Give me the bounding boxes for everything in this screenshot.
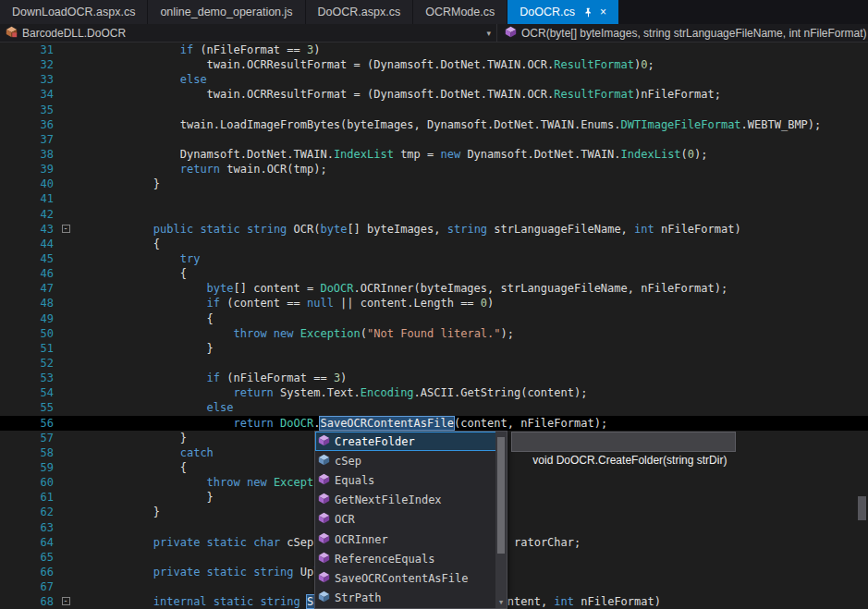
completion-item-label: Equals	[335, 474, 374, 487]
code-line[interactable]: 36 twain.LoadImageFromBytes(byteImages, …	[0, 117, 868, 132]
line-number: 60	[0, 475, 55, 490]
method-icon	[318, 434, 330, 449]
code-line[interactable]: 44 {	[0, 237, 868, 251]
tab-ocrmode-cs[interactable]: OCRMode.cs	[413, 0, 507, 24]
fold-margin	[55, 416, 76, 431]
line-number: 41	[0, 191, 55, 206]
tab-doocr-cs[interactable]: DoOCR.cs×	[507, 0, 619, 24]
fold-margin	[55, 72, 76, 87]
fold-margin	[55, 371, 76, 385]
code-line[interactable]: 39 return twain.OCR(tmp);	[0, 162, 868, 177]
code-line[interactable]: 31 if (nFileFormat == 3)	[0, 43, 868, 57]
completion-item-referenceequals[interactable]: ReferenceEquals	[315, 549, 507, 568]
line-number: 51	[0, 341, 55, 356]
tab-online-demo-operation-js[interactable]: online_demo_operation.js	[148, 0, 305, 24]
code-line[interactable]: 55 else	[0, 400, 868, 415]
completion-item-getnextfileindex[interactable]: GetNextFileIndex	[315, 491, 507, 510]
completion-scrollbar-thumb[interactable]	[497, 437, 505, 554]
code-text: }	[76, 341, 214, 356]
completion-item-equals[interactable]: Equals	[315, 470, 507, 490]
navigation-bar: BarcodeDLL.DoOCR ▾ OCR(byte[] byteImages…	[0, 24, 868, 43]
fold-margin	[55, 385, 76, 400]
fold-toggle[interactable]: -	[62, 597, 70, 605]
completion-item-createfolder[interactable]: CreateFolder	[315, 432, 507, 451]
fold-margin	[55, 87, 76, 102]
line-number: 56	[0, 416, 55, 431]
line-number: 64	[0, 535, 55, 550]
type-dropdown[interactable]: BarcodeDLL.DoOCR ▾	[0, 24, 496, 42]
class-icon	[6, 26, 18, 41]
code-line[interactable]: 51 }	[0, 341, 868, 356]
editor-scrollbar[interactable]	[856, 43, 868, 609]
code-line[interactable]: 37	[0, 132, 868, 147]
code-line[interactable]: 34 twain.OCRResultFormat = (Dynamsoft.Do…	[0, 87, 868, 102]
code-text: public static string OCR(byte[] byteImag…	[76, 222, 741, 237]
fold-margin	[55, 147, 76, 162]
code-line[interactable]: 40 }	[0, 177, 868, 191]
code-text: twain.OCRResultFormat = (Dynamsoft.DotNe…	[76, 57, 654, 72]
fold-margin	[55, 266, 76, 281]
code-text: }	[76, 505, 160, 519]
code-line[interactable]: 42	[0, 207, 868, 222]
fold-margin	[55, 251, 76, 266]
code-line[interactable]: 56 return DoOCR.SaveOCRContentAsFile(con…	[0, 416, 868, 431]
tab-doocr-aspx-cs[interactable]: DoOCR.aspx.cs	[306, 0, 414, 24]
line-number: 48	[0, 296, 55, 311]
completion-item-ocrinner[interactable]: OCRInner	[315, 530, 507, 549]
fold-margin	[55, 43, 76, 57]
code-line[interactable]: 38 Dynamsoft.DotNet.TWAIN.IndexList tmp …	[0, 147, 868, 162]
completion-item-csep[interactable]: cSep	[315, 451, 507, 470]
code-line[interactable]: 35	[0, 103, 868, 117]
fold-margin	[55, 445, 76, 460]
pin-icon[interactable]	[583, 7, 593, 18]
fold-margin	[55, 207, 76, 222]
fold-toggle[interactable]: -	[62, 225, 70, 233]
code-line[interactable]: 45 try	[0, 251, 868, 266]
completion-item-saveocrcontentasfile[interactable]: SaveOCRContentAsFile	[315, 569, 507, 589]
scroll-down-arrow-icon[interactable]: ▼	[495, 599, 507, 606]
fold-margin	[55, 550, 76, 565]
code-text: try	[76, 251, 200, 266]
completion-scrollbar[interactable]: ▼	[495, 432, 507, 608]
intellisense-popup: CreateFoldercSepEqualsGetNextFileIndexOC…	[314, 431, 507, 609]
completion-item-strpath[interactable]: StrPath	[315, 589, 507, 608]
code-text	[76, 103, 100, 117]
code-line[interactable]: 50 throw new Exception("Not Found litera…	[0, 326, 868, 341]
close-icon[interactable]: ×	[600, 6, 606, 18]
member-dropdown[interactable]: OCR(byte[] byteImages, string strLanguag…	[496, 24, 868, 42]
code-line[interactable]: 52	[0, 356, 868, 371]
code-text: }	[76, 177, 160, 191]
tab-downloadocr-aspx-cs[interactable]: DownLoadOCR.aspx.cs	[0, 0, 148, 24]
line-number: 66	[0, 565, 55, 579]
code-line[interactable]: 46 {	[0, 266, 868, 281]
code-line[interactable]: 47 byte[] content = DoOCR.OCRInner(byteI…	[0, 281, 868, 296]
line-number: 59	[0, 460, 55, 475]
code-line[interactable]: 43- public static string OCR(byte[] byte…	[0, 222, 868, 237]
code-line[interactable]: 53 if (nFileFormat == 3)	[0, 371, 868, 385]
code-text: }	[76, 431, 187, 445]
scrollbar-thumb[interactable]	[858, 496, 866, 520]
completion-item-ocr[interactable]: OCR	[315, 510, 507, 530]
fold-margin	[55, 520, 76, 535]
fold-margin	[55, 281, 76, 296]
code-line[interactable]: 54 return System.Text.Encoding.ASCII.Get…	[0, 385, 868, 400]
line-number: 53	[0, 371, 55, 385]
fold-margin: -	[55, 222, 76, 237]
fold-margin	[55, 490, 76, 505]
code-line[interactable]: 41	[0, 191, 868, 206]
fold-margin	[55, 103, 76, 117]
tab-label: DoOCR.aspx.cs	[318, 6, 401, 18]
code-text: if (content == null || content.Length ==…	[76, 296, 494, 311]
code-text: twain.OCRResultFormat = (Dynamsoft.DotNe…	[76, 87, 721, 102]
code-text: {	[76, 237, 160, 251]
type-dropdown-label: BarcodeDLL.DoOCR	[22, 27, 126, 40]
code-line[interactable]: 49 {	[0, 311, 868, 326]
code-line[interactable]: 48 if (content == null || content.Length…	[0, 296, 868, 311]
completion-item-label: ReferenceEquals	[335, 553, 434, 566]
line-number: 31	[0, 43, 55, 57]
code-text: }	[76, 490, 214, 505]
code-line[interactable]: 33 else	[0, 72, 868, 87]
line-number: 65	[0, 550, 55, 565]
fold-margin	[55, 431, 76, 445]
code-line[interactable]: 32 twain.OCRResultFormat = (Dynamsoft.Do…	[0, 57, 868, 72]
